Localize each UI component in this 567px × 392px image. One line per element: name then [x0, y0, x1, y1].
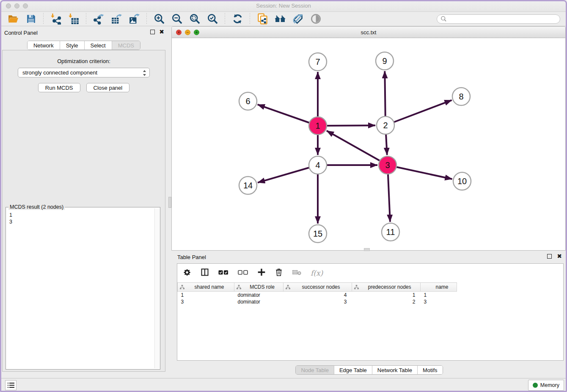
graph-node-label: 15 [313, 229, 322, 238]
zoom-out-icon[interactable] [171, 13, 183, 25]
zoom-selected-icon[interactable] [206, 13, 219, 25]
graph-node-label: 6 [245, 97, 250, 106]
graph-node-label: 4 [315, 160, 320, 170]
column-header-predecessor-nodes[interactable]: predecessor nodes [352, 283, 421, 292]
column-header-mcds-role[interactable]: MCDS role [234, 283, 284, 292]
graph-node-label: 10 [457, 177, 467, 186]
graph-edge-1-6[interactable] [258, 105, 318, 126]
control-panel: Control Panel ✖ Network Style Select MCD… [0, 26, 168, 373]
app-titlebar: Session: New Session [0, 0, 567, 12]
graph-node-label: 1 [315, 121, 320, 130]
select-all-columns-icon[interactable] [218, 269, 228, 277]
mcds-result-box: MCDS result (2 nodes) 1 3 [6, 207, 160, 370]
network-canvas[interactable]: 7968124314101511 [172, 38, 565, 250]
search-icon [440, 16, 447, 22]
window-title: Session: New Session [0, 3, 567, 9]
close-table-panel-icon[interactable]: ✖ [557, 254, 562, 259]
graph-node-label: 3 [385, 160, 390, 170]
column-header-name[interactable]: name [421, 283, 457, 292]
tab-motifs[interactable]: Motifs [418, 366, 443, 374]
optimization-criterion-select[interactable]: strongly connected component [18, 68, 150, 77]
graph-node-label: 8 [459, 92, 463, 101]
horizontal-splitter-handle[interactable] [364, 248, 370, 251]
graph-node-label: 9 [382, 56, 387, 66]
add-column-icon[interactable] [257, 268, 266, 278]
tab-mcds[interactable]: MCDS [112, 41, 140, 50]
float-table-panel-icon[interactable] [547, 254, 552, 259]
first-neighbors-icon[interactable] [274, 13, 286, 25]
import-table-icon[interactable] [67, 13, 80, 25]
column-type-icon [180, 285, 184, 291]
graph-node-label: 2 [383, 121, 388, 130]
tab-node-table[interactable]: Node Table [296, 366, 334, 374]
table-header-row: shared name MCDS role successor nodes pr… [178, 283, 457, 292]
close-panel-icon[interactable]: ✖ [159, 30, 164, 34]
graph-node-label: 14 [243, 181, 253, 190]
search-input[interactable] [449, 16, 556, 22]
network-view-window: × − + scc.txt 7968124314101511 [171, 26, 566, 251]
optimization-criterion-value: strongly connected component [22, 69, 97, 76]
mcds-result-list[interactable]: 1 3 [7, 211, 154, 368]
toggle-panes-icon[interactable] [201, 268, 209, 278]
network-graph[interactable]: 7968124314101511 [172, 38, 565, 250]
table-panel-title: Table Panel [177, 254, 206, 260]
control-panel-title: Control Panel [4, 30, 38, 36]
graph-node-label: 7 [315, 57, 320, 66]
open-session-icon[interactable] [7, 13, 19, 25]
zoom-in-icon[interactable] [153, 13, 165, 25]
column-header-successor-nodes[interactable]: successor nodes [284, 283, 352, 292]
toolbar-separator [43, 13, 44, 25]
mcds-result-scrollbar[interactable] [154, 208, 160, 368]
column-header-shared-name[interactable]: shared name [178, 283, 234, 292]
status-bar: Memory [0, 378, 567, 392]
graph-node-label: 11 [386, 227, 395, 237]
network-window-title: scc.txt [172, 29, 565, 36]
export-network-icon[interactable] [92, 13, 105, 25]
node-table: shared name MCDS role successor nodes pr… [177, 282, 457, 305]
run-mcds-button[interactable]: Run MCDS [38, 83, 80, 92]
deselect-all-columns-icon[interactable] [238, 269, 248, 277]
level-of-detail-icon[interactable] [309, 13, 322, 25]
hide-labels-icon[interactable] [292, 13, 304, 25]
column-type-icon [354, 285, 359, 291]
table-panel: Table Panel ✖ [171, 251, 567, 378]
float-panel-icon[interactable] [150, 30, 155, 34]
toolbar-separator [86, 13, 86, 25]
show-panels-menu-button[interactable] [5, 380, 17, 390]
export-image-icon[interactable] [128, 13, 140, 25]
apply-function-icon: f(x) [311, 269, 323, 277]
network-window-titlebar[interactable]: × − + scc.txt [172, 27, 565, 38]
tab-select[interactable]: Select [85, 41, 112, 50]
optimization-criterion-label: Optimization criterion: [3, 58, 165, 64]
close-panel-button[interactable]: Close panel [86, 83, 130, 92]
graph-edge-2-8[interactable] [385, 100, 452, 125]
column-type-icon [237, 285, 241, 291]
graph-edge-3-1[interactable] [327, 131, 388, 165]
table-row[interactable]: 1 dominator 4 1 1 [178, 292, 457, 298]
table-settings-gear-icon[interactable] [183, 268, 191, 278]
search-box [437, 14, 560, 24]
tab-edge-table[interactable]: Edge Table [334, 366, 372, 374]
dropdown-stepper-icon [143, 70, 146, 77]
graph-edge-3-10[interactable] [388, 165, 452, 179]
clone-network-icon[interactable] [256, 13, 269, 25]
column-type-icon [286, 285, 290, 291]
tab-network[interactable]: Network [28, 41, 60, 50]
memory-label: Memory [540, 382, 559, 388]
refresh-icon[interactable] [231, 13, 244, 25]
zoom-fit-icon[interactable] [188, 13, 201, 25]
import-network-icon[interactable] [50, 13, 62, 25]
delete-column-icon[interactable] [275, 268, 283, 278]
table-row[interactable]: 3 dominator 3 2 3 [178, 298, 457, 305]
toolbar-separator [225, 13, 225, 25]
delete-table-icon [292, 269, 301, 277]
mcds-panel: Optimization criterion: strongly connect… [2, 50, 165, 372]
export-table-icon[interactable] [110, 13, 123, 25]
tab-style[interactable]: Style [60, 41, 85, 50]
save-session-icon[interactable] [25, 13, 37, 25]
mcds-result-title: MCDS result (2 nodes) [8, 204, 65, 210]
tab-network-table[interactable]: Network Table [372, 366, 418, 374]
memory-button[interactable]: Memory [528, 380, 564, 391]
vertical-splitter-handle[interactable] [168, 197, 171, 208]
table-toolbar: f(x) [177, 264, 563, 282]
